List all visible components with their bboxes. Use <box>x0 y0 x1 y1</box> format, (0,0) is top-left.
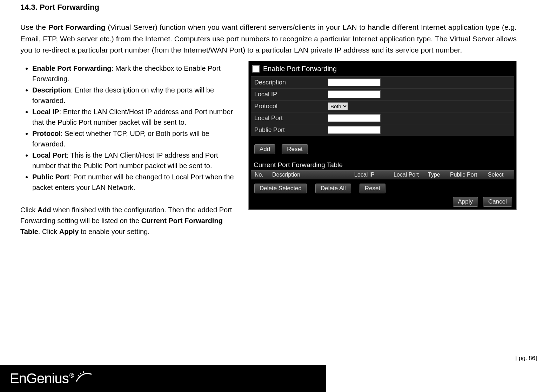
enable-label: Enable Port Forwarding <box>263 65 337 73</box>
local-ip-label: Local IP <box>251 89 328 100</box>
svg-point-1 <box>80 373 81 374</box>
term-port-forwarding: Port Forwarding <box>48 23 106 31</box>
swoosh-icon <box>76 371 97 383</box>
local-ip-input[interactable] <box>328 90 381 98</box>
list-item: Local Port: This is the LAN Client/Host … <box>32 150 242 171</box>
registered-icon: ® <box>69 372 74 379</box>
description-input[interactable] <box>328 78 381 86</box>
cancel-button[interactable]: Cancel <box>483 197 512 207</box>
section-heading: 14.3. Port Forwarding <box>20 3 517 12</box>
text: : Enter the LAN Client/Host IP address a… <box>32 108 233 126</box>
intro-paragraph: Use the Port Forwarding (Virtual Server)… <box>20 22 517 56</box>
col-type: Type <box>427 172 449 178</box>
text: Use the <box>20 23 48 31</box>
reset-table-button[interactable]: Reset <box>360 184 385 193</box>
table-title: Current Port Forwarding Table <box>251 161 514 170</box>
term: Public Port <box>32 173 69 181</box>
list-item: Local IP: Enter the LAN Client/Host IP a… <box>32 106 242 128</box>
term: Description <box>32 86 71 94</box>
definition-column: Enable Port Forwarding: Mark the checkbo… <box>20 61 242 237</box>
list-item: Enable Port Forwarding: Mark the checkbo… <box>32 63 242 84</box>
description-label: Description <box>251 77 328 88</box>
col-description: Description <box>271 172 337 178</box>
apply-button[interactable]: Apply <box>453 197 478 207</box>
col-no: No. <box>253 172 271 178</box>
svg-point-0 <box>78 375 79 376</box>
public-port-input[interactable] <box>328 126 381 134</box>
list-item: Protocol: Select whether TCP, UDP, or Bo… <box>32 128 242 149</box>
delete-all-button[interactable]: Delete All <box>315 184 351 193</box>
svg-point-2 <box>83 371 84 373</box>
term: Protocol <box>32 130 61 137</box>
page-footer: [ pg. 86] EnGenius ® <box>0 364 537 392</box>
local-port-label: Local Port <box>251 112 328 124</box>
term-apply: Apply <box>59 228 79 235</box>
text: . Click <box>38 228 59 235</box>
closing-paragraph: Click Add when finished with the configu… <box>20 205 242 237</box>
list-item: Public Port: Port number will be changed… <box>32 172 242 193</box>
list-item: Description: Enter the description on wh… <box>32 85 242 106</box>
term: Enable Port Forwarding <box>32 64 112 72</box>
page-number: [ pg. 86] <box>516 355 537 362</box>
table-header-row: No. Description Local IP Local Port Type… <box>251 170 514 179</box>
protocol-label: Protocol <box>251 101 328 112</box>
logo-text: EnGenius <box>10 371 69 386</box>
term: Local Port <box>32 151 67 159</box>
term: Local IP <box>32 108 59 116</box>
reset-button[interactable]: Reset <box>282 144 308 154</box>
col-local-port: Local Port <box>392 172 427 178</box>
router-screenshot: Enable Port Forwarding Description Local… <box>248 61 517 210</box>
delete-selected-button[interactable]: Delete Selected <box>254 184 307 193</box>
col-public-port: Public Port <box>449 172 486 178</box>
text: to enable your setting. <box>79 228 149 235</box>
col-select: Select <box>486 172 510 178</box>
local-port-input[interactable] <box>328 114 381 122</box>
protocol-select[interactable]: Both <box>328 102 348 110</box>
footer-bar: EnGenius ® <box>0 365 326 392</box>
engenius-logo: EnGenius ® <box>10 371 97 386</box>
document-page: 14.3. Port Forwarding Use the Port Forwa… <box>0 3 537 237</box>
add-button[interactable]: Add <box>254 144 275 154</box>
term-add: Add <box>38 206 51 214</box>
text: Click <box>20 206 38 214</box>
col-local-ip: Local IP <box>337 172 392 178</box>
bullet-list: Enable Port Forwarding: Mark the checkbo… <box>20 63 242 193</box>
enable-checkbox[interactable] <box>252 65 260 73</box>
public-port-label: Public Port <box>251 124 328 136</box>
